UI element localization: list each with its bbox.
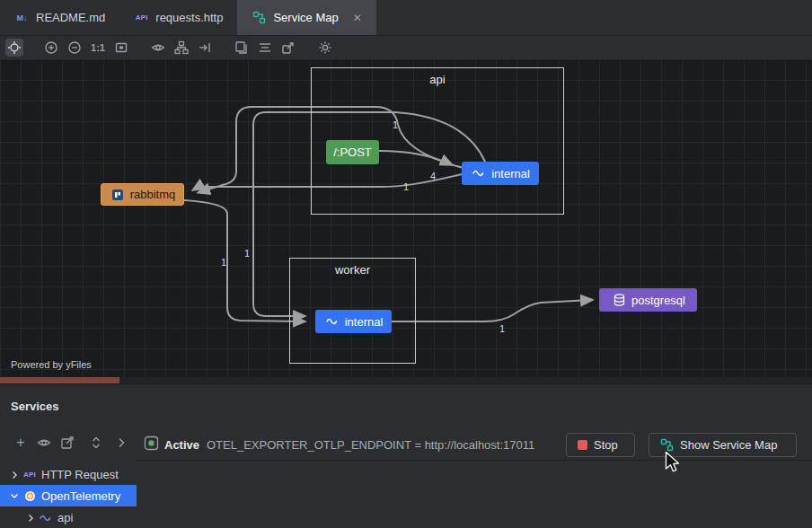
node-label: internal xyxy=(345,315,384,329)
edge-label: 1 xyxy=(499,323,505,334)
edge-label: 1 xyxy=(393,119,398,130)
service-map-icon xyxy=(252,10,267,25)
tree-item-label: HTTP Request xyxy=(41,468,119,481)
services-panel: Services + Active OTEL_EXPORTER_OTLP_END… xyxy=(0,383,812,528)
node-rabbitmq[interactable]: rabbitmq xyxy=(101,183,184,206)
stop-icon xyxy=(578,440,587,450)
group-label: api xyxy=(312,73,563,86)
align-button[interactable] xyxy=(256,39,274,57)
node-postgresql[interactable]: postgresql xyxy=(599,288,697,312)
add-service-button[interactable]: + xyxy=(11,433,31,453)
stop-button[interactable]: Stop xyxy=(566,433,635,457)
service-map-icon xyxy=(660,438,674,452)
edge-worker-postgresql xyxy=(392,300,591,321)
wave-icon xyxy=(324,315,340,328)
tree-item-label: OpenTelemetry xyxy=(41,489,120,503)
expand-icon xyxy=(89,436,103,450)
divider xyxy=(137,460,812,461)
tab-label: Service Map xyxy=(273,11,338,24)
graph-toolbar: 1:1 xyxy=(0,36,812,59)
node-label: postgresql xyxy=(631,294,685,307)
services-panel-title: Services xyxy=(11,400,59,413)
actual-size-button[interactable]: 1:1 xyxy=(89,39,107,57)
wave-icon xyxy=(38,512,54,524)
node-api-internal[interactable]: internal xyxy=(462,162,539,185)
fit-to-screen-button[interactable] xyxy=(112,39,130,57)
chevron-down-icon[interactable] xyxy=(7,490,22,501)
preview-button[interactable] xyxy=(149,39,167,57)
tab-service-map[interactable]: Service Map ✕ xyxy=(237,0,375,35)
node-post[interactable]: /:POST xyxy=(326,140,379,164)
chevron-right-icon[interactable] xyxy=(7,470,22,480)
service-map-canvas[interactable]: api worker /:POST internal rabbitmq inte… xyxy=(0,59,812,377)
jump-to-source-button[interactable] xyxy=(196,39,214,57)
tab-label: README.md xyxy=(36,11,105,24)
edge-label: 1 xyxy=(244,248,250,259)
editor-tab-bar: M↓ README.md API requests.http Service M… xyxy=(0,0,812,36)
settings-button[interactable] xyxy=(316,39,334,57)
tab-label: requests.http xyxy=(155,11,223,24)
http-request-icon: API xyxy=(22,467,38,482)
tree-item-http-request[interactable]: API HTTP Request xyxy=(0,464,137,485)
group-label: worker xyxy=(290,263,415,277)
node-label: /:POST xyxy=(333,145,372,159)
chevron-right-icon[interactable] xyxy=(23,513,38,524)
expand-all-button[interactable] xyxy=(86,433,106,453)
jump-to-source-button[interactable] xyxy=(57,433,77,453)
horizontal-scrollbar[interactable] xyxy=(0,377,812,383)
edge-label: 4 xyxy=(430,171,436,181)
navigate-button[interactable] xyxy=(111,433,131,453)
chevron-right-icon xyxy=(114,436,128,450)
http-file-icon: API xyxy=(134,10,149,25)
view-options-button[interactable] xyxy=(34,433,54,453)
database-icon xyxy=(611,294,627,306)
zoom-in-button[interactable] xyxy=(42,39,60,57)
opentelemetry-icon xyxy=(22,490,38,502)
tab-requests-http[interactable]: API requests.http xyxy=(119,0,237,35)
edge-rabbitmq-worker xyxy=(184,200,304,321)
stop-label: Stop xyxy=(594,438,618,452)
node-label: internal xyxy=(491,167,530,180)
tree-item-label: api xyxy=(57,511,73,524)
actual-size-label: 1:1 xyxy=(91,42,105,53)
copy-button[interactable] xyxy=(233,39,251,57)
run-config-icon xyxy=(144,436,159,453)
edge-label: 1 xyxy=(403,181,409,192)
eye-icon xyxy=(37,436,51,450)
node-worker-internal[interactable]: internal xyxy=(315,310,392,333)
markdown-icon: M↓ xyxy=(14,10,30,25)
open-in-editor-icon xyxy=(60,436,75,450)
zoom-out-button[interactable] xyxy=(66,39,84,57)
status-badge: Active xyxy=(164,438,199,452)
export-button[interactable] xyxy=(279,39,297,57)
rabbitmq-icon xyxy=(110,189,126,201)
layout-button[interactable] xyxy=(172,39,190,57)
show-service-map-label: Show Service Map xyxy=(680,438,777,452)
tab-readme[interactable]: M↓ README.md xyxy=(0,0,119,35)
tree-item-api[interactable]: api xyxy=(0,506,137,528)
fit-content-button[interactable] xyxy=(5,39,23,57)
node-label: rabbitmq xyxy=(130,188,176,201)
close-icon[interactable]: ✕ xyxy=(353,13,362,23)
run-config-detail: OTEL_EXPORTER_OTLP_ENDPOINT = http://loc… xyxy=(207,438,534,452)
wave-icon xyxy=(471,167,487,180)
edge-label: 1 xyxy=(221,257,226,268)
yfiles-watermark: Powered by yFiles xyxy=(11,359,92,370)
tree-item-opentelemetry[interactable]: OpenTelemetry xyxy=(0,485,137,506)
mouse-cursor xyxy=(665,451,680,476)
scrollbar-thumb[interactable] xyxy=(0,377,119,383)
